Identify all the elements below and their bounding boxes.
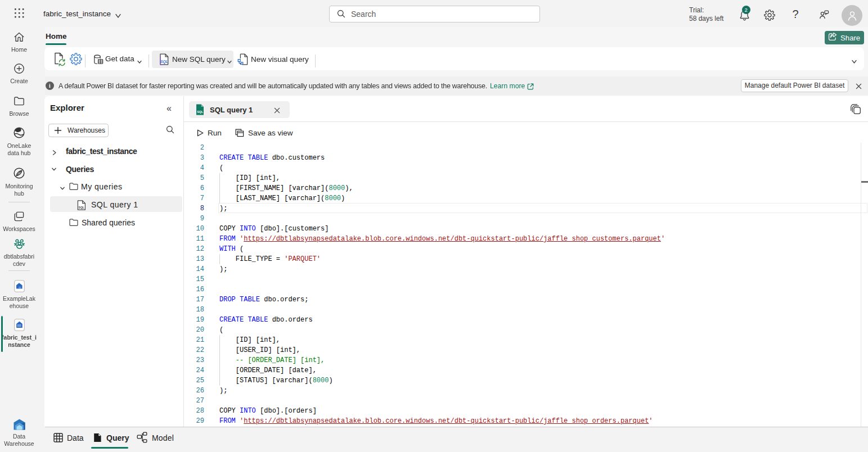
svg-text:SQL: SQL (197, 110, 204, 114)
svg-text:SQL: SQL (161, 60, 168, 64)
svg-text:2: 2 (745, 7, 748, 13)
svg-text:SQL: SQL (79, 206, 84, 209)
svg-text:Share: Share (840, 34, 860, 42)
svg-text:?: ? (793, 8, 799, 20)
